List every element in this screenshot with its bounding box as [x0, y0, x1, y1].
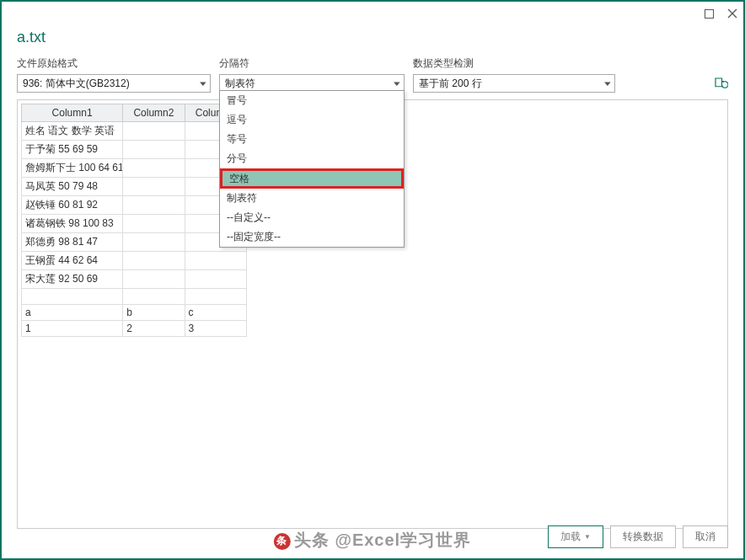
table-cell [123, 215, 185, 233]
file-origin-label: 文件原始格式 [17, 56, 211, 71]
table-cell: 郑德勇 98 81 47 [22, 233, 123, 252]
chevron-down-icon: ▼ [198, 80, 209, 88]
delimiter-value: 制表符 [225, 77, 255, 91]
datatype-detect-label: 数据类型检测 [413, 56, 615, 71]
table-cell: 1 [22, 321, 123, 337]
table-cell: a [22, 305, 123, 321]
delimiter-option[interactable]: 等号 [220, 130, 404, 149]
table-row [22, 289, 247, 305]
table-cell: 马凤英 50 79 48 [22, 178, 123, 196]
close-icon[interactable] [726, 8, 738, 19]
table-row: 于予菊 55 69 59 [22, 141, 247, 159]
table-cell: 王钢蛋 44 62 64 [22, 252, 123, 270]
table-cell [123, 122, 185, 141]
column-header: Column2 [123, 104, 185, 122]
table-row: 郑德勇 98 81 47 [22, 233, 247, 252]
table-cell [123, 252, 185, 270]
table-cell [185, 252, 246, 270]
table-cell [123, 178, 185, 196]
refresh-button[interactable] [713, 56, 728, 93]
table-cell: 2 [123, 321, 185, 337]
chevron-down-icon: ▼ [603, 80, 614, 88]
datatype-detect-value: 基于前 200 行 [419, 77, 482, 91]
dialog-title: a.txt [17, 29, 728, 46]
table-row: 王钢蛋 44 62 64 [22, 252, 247, 270]
table-row: 姓名 语文 数学 英语 [22, 122, 247, 141]
table-cell: c [185, 305, 246, 321]
table-cell [123, 270, 185, 289]
transform-button-label: 转换数据 [623, 531, 663, 542]
table-cell: 宋大莲 92 50 69 [22, 270, 123, 289]
delimiter-option-highlighted[interactable]: 空格 [220, 168, 404, 189]
table-row: abc [22, 305, 247, 321]
table-cell [185, 289, 246, 305]
svg-rect-0 [705, 9, 713, 18]
table-cell [123, 159, 185, 178]
table-row: 赵铁锤 60 81 92 [22, 196, 247, 215]
table-cell: b [123, 305, 185, 321]
table-cell [123, 233, 185, 252]
cancel-button[interactable]: 取消 [683, 525, 728, 548]
table-row: 马凤英 50 79 48 [22, 178, 247, 196]
table-cell [123, 289, 185, 305]
datatype-detect-dropdown[interactable]: 基于前 200 行 ▼ [413, 74, 615, 93]
transform-button[interactable]: 转换数据 [610, 525, 676, 548]
delimiter-option[interactable]: --自定义-- [220, 208, 404, 227]
cancel-button-label: 取消 [695, 531, 716, 542]
table-cell: 赵铁锤 60 81 92 [22, 196, 123, 215]
table-cell [185, 270, 246, 289]
table-cell: 3 [185, 321, 246, 337]
maximize-icon[interactable] [703, 8, 715, 19]
chevron-down-icon: ▼ [584, 533, 591, 541]
delimiter-label: 分隔符 [219, 56, 405, 71]
table-cell: 于予菊 55 69 59 [22, 141, 123, 159]
delimiter-option[interactable]: --固定宽度-- [220, 227, 404, 247]
delimiter-menu: 冒号逗号等号分号空格制表符--自定义----固定宽度-- [219, 90, 405, 248]
delimiter-option[interactable]: 逗号 [220, 110, 404, 130]
table-row: 詹姆斯下士 100 64 61 [22, 159, 247, 178]
table-cell: 詹姆斯下士 100 64 61 [22, 159, 123, 178]
table-cell [123, 141, 185, 159]
load-button[interactable]: 加载 ▼ [548, 525, 603, 548]
table-cell [123, 196, 185, 215]
table-row: 123 [22, 321, 247, 337]
table-cell [22, 289, 123, 305]
delimiter-option[interactable]: 制表符 [220, 189, 404, 208]
load-button-label: 加载 [560, 530, 581, 544]
table-row: 诸葛钢铁 98 100 83 [22, 215, 247, 233]
file-origin-dropdown[interactable]: 936: 简体中文(GB2312) ▼ [17, 74, 211, 93]
preview-table: Column1Column2Column3 姓名 语文 数学 英语于予菊 55 … [21, 104, 247, 337]
delimiter-option[interactable]: 分号 [220, 149, 404, 168]
column-header: Column1 [22, 104, 123, 122]
delimiter-option[interactable]: 冒号 [220, 91, 404, 110]
file-origin-value: 936: 简体中文(GB2312) [23, 77, 130, 91]
table-row: 宋大莲 92 50 69 [22, 270, 247, 289]
chevron-down-icon: ▼ [392, 80, 403, 88]
table-cell: 姓名 语文 数学 英语 [22, 122, 123, 141]
table-cell: 诸葛钢铁 98 100 83 [22, 215, 123, 233]
